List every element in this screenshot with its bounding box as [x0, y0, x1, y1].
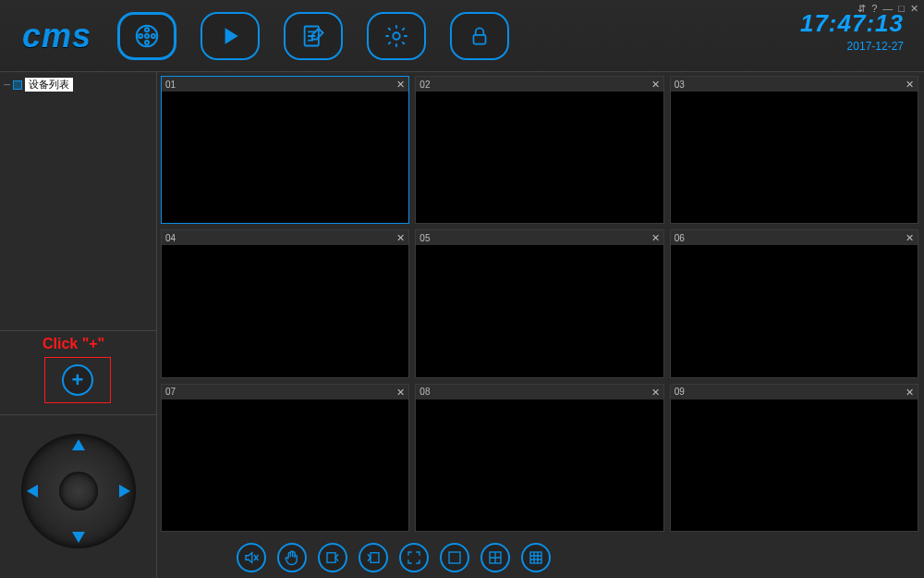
- video-cell-08[interactable]: 08✕: [415, 384, 663, 532]
- video-cell-label: 01: [165, 80, 176, 90]
- tree-connector-icon: ─: [4, 80, 10, 90]
- video-cell-header: 03✕: [671, 77, 918, 92]
- video-cell-close-button[interactable]: ✕: [651, 387, 660, 397]
- video-cell-header: 04✕: [162, 230, 408, 245]
- video-cell-09[interactable]: 09✕: [670, 384, 918, 532]
- video-cell-close-button[interactable]: ✕: [651, 233, 660, 242]
- ptz-left-button[interactable]: [27, 485, 38, 498]
- video-stage: 01✕02✕03✕04✕05✕06✕07✕08✕09✕: [157, 72, 924, 578]
- add-device-button[interactable]: +: [62, 364, 93, 396]
- fullscreen-button[interactable]: [399, 543, 429, 572]
- tree-root[interactable]: ─ 设备列表: [4, 78, 152, 92]
- layout-1-icon: [446, 549, 463, 566]
- device-tree: ─ 设备列表: [0, 72, 156, 331]
- ptz-center-button[interactable]: [59, 472, 98, 510]
- ptz-dpad: [21, 434, 136, 548]
- add-device-panel: Click "+" +: [0, 331, 156, 414]
- video-cell-header: 06✕: [671, 230, 918, 245]
- play-icon: [218, 24, 242, 48]
- svg-rect-13: [530, 552, 541, 563]
- topbar: cms: [0, 0, 924, 72]
- video-cell-06[interactable]: 06✕: [670, 229, 918, 377]
- ptz-panel: [0, 414, 156, 578]
- clock-date: 2017-12-27: [800, 40, 904, 53]
- video-cell-01[interactable]: 01✕: [161, 76, 409, 224]
- video-cell-close-button[interactable]: ✕: [396, 387, 405, 397]
- tree-root-label: 设备列表: [25, 78, 73, 92]
- lock-icon: [468, 24, 492, 48]
- video-cell-close-button[interactable]: ✕: [906, 387, 914, 397]
- video-cell-label: 07: [165, 387, 176, 397]
- video-cell-label: 09: [675, 387, 685, 397]
- video-cell-label: 06: [675, 233, 685, 243]
- playback-button[interactable]: [201, 12, 260, 60]
- bottom-toolbar: [157, 537, 924, 578]
- speaker-mute-icon: [243, 549, 260, 566]
- video-cell-close-button[interactable]: ✕: [906, 233, 914, 242]
- svg-point-7: [393, 32, 399, 39]
- video-cell-05[interactable]: 05✕: [415, 229, 663, 377]
- svg-rect-8: [474, 34, 486, 43]
- video-cell-header: 07✕: [162, 385, 408, 400]
- layout-4-icon: [487, 549, 504, 566]
- film-reel-icon: [133, 22, 161, 50]
- window-close-icon[interactable]: ✕: [910, 3, 918, 15]
- window-switch-icon[interactable]: ⇵: [857, 3, 866, 15]
- hand-icon: [284, 549, 300, 566]
- svg-rect-9: [327, 553, 335, 563]
- svg-point-5: [145, 34, 149, 38]
- svg-rect-11: [449, 552, 460, 563]
- video-cell-label: 03: [675, 80, 685, 90]
- tree-node-icon: [13, 80, 22, 90]
- svg-point-2: [152, 34, 155, 38]
- video-cell-07[interactable]: 07✕: [161, 384, 409, 532]
- mute-button[interactable]: [237, 543, 266, 572]
- video-grid: 01✕02✕03✕04✕05✕06✕07✕08✕09✕: [161, 76, 918, 532]
- video-cell-header: 05✕: [416, 230, 663, 245]
- sidebar: ─ 设备列表 Click "+" +: [0, 72, 157, 578]
- settings-button[interactable]: [367, 12, 426, 60]
- layout-4-button[interactable]: [480, 543, 510, 572]
- ptz-down-button[interactable]: [72, 532, 85, 543]
- video-cell-03[interactable]: 03✕: [670, 76, 918, 224]
- video-cell-header: 02✕: [416, 77, 663, 92]
- app-logo: cms: [22, 17, 91, 55]
- video-cell-close-button[interactable]: ✕: [651, 80, 660, 89]
- page-prev-icon: [324, 549, 341, 566]
- gear-icon: [383, 23, 409, 49]
- window-help-icon[interactable]: ?: [871, 3, 877, 15]
- hand-button[interactable]: [277, 543, 307, 572]
- page-prev-button[interactable]: [318, 543, 347, 572]
- video-cell-label: 05: [419, 233, 430, 243]
- video-cell-label: 02: [419, 80, 430, 90]
- add-device-hint: Click "+": [43, 336, 104, 352]
- video-cell-header: 01✕: [162, 77, 408, 92]
- page-next-button[interactable]: [359, 543, 388, 572]
- video-cell-close-button[interactable]: ✕: [906, 80, 914, 89]
- clock: 17:47:13 2017-12-27: [800, 9, 904, 53]
- ptz-right-button[interactable]: [119, 485, 130, 498]
- main: ─ 设备列表 Click "+" + 01✕: [0, 72, 924, 578]
- fullscreen-icon: [406, 549, 422, 566]
- window-maximize-icon[interactable]: □: [898, 3, 905, 15]
- ptz-up-button[interactable]: [72, 439, 85, 450]
- svg-point-4: [139, 34, 142, 38]
- layout-9-button[interactable]: [521, 543, 551, 572]
- video-cell-header: 08✕: [416, 385, 663, 400]
- video-cell-close-button[interactable]: ✕: [396, 233, 405, 242]
- layout-1-button[interactable]: [440, 543, 469, 572]
- svg-point-3: [145, 40, 149, 43]
- window-controls: ⇵ ? — □ ✕: [857, 3, 918, 15]
- video-cell-close-button[interactable]: ✕: [396, 80, 405, 89]
- liveview-button[interactable]: [117, 12, 176, 60]
- log-button[interactable]: [284, 12, 343, 60]
- note-edit-icon: [300, 23, 326, 49]
- video-cell-header: 09✕: [671, 385, 918, 400]
- window-minimize-icon[interactable]: —: [882, 3, 893, 15]
- layout-9-icon: [528, 549, 544, 566]
- video-cell-label: 04: [165, 233, 176, 243]
- page-next-icon: [365, 549, 382, 566]
- lock-button[interactable]: [450, 12, 509, 60]
- video-cell-04[interactable]: 04✕: [161, 229, 409, 377]
- video-cell-02[interactable]: 02✕: [415, 76, 663, 224]
